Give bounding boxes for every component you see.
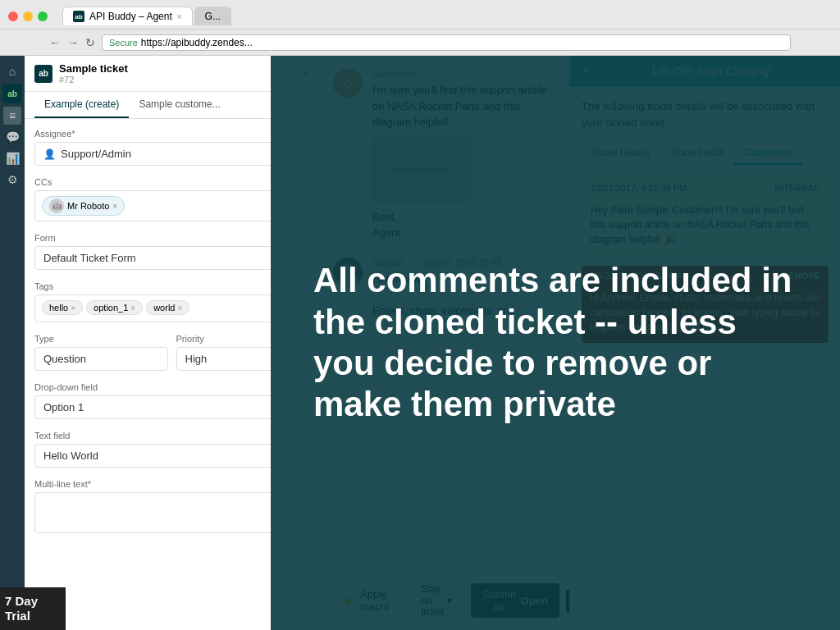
form-value: Default Ticket Form	[43, 252, 136, 264]
clone-description: The following ticket details will be ass…	[582, 98, 829, 130]
sidebar-tickets-icon[interactable]: ≡	[3, 107, 21, 125]
ticket-body: C Customer!!! I'm sure you'll find this …	[320, 56, 569, 570]
clone-header: × Lift Off! Start Cloning!	[570, 56, 840, 87]
comment1-badge: INTERNAL	[774, 184, 819, 193]
message1-sender: Customer!!!	[372, 69, 556, 79]
ticket-footer: ⚡ Apply macro Stay on ticket ▾ Submit as…	[320, 570, 569, 630]
tag-hello[interactable]: hello ×	[42, 300, 83, 315]
submit-button[interactable]: Submit as Open	[471, 583, 559, 618]
sidebar-home-icon[interactable]: ⌂	[3, 62, 21, 80]
secure-badge: Secure	[109, 38, 138, 48]
tab-other[interactable]: G...	[194, 7, 231, 25]
comment1-header: 12/21/2017, 4:21:39 PM INTERNAL	[582, 178, 828, 198]
type-priority-row: Type Question Priority High	[34, 334, 309, 371]
form-label: Form	[34, 233, 309, 243]
message2-date: Sep 09, 2015 22:43	[422, 258, 501, 267]
clone-tab-comments[interactable]: Comments	[734, 142, 801, 165]
tag-hello-remove[interactable]: ×	[71, 304, 75, 313]
comment-card-2: 9/9/2015, 11:43:31 PM REMOVE Hi Andrew, …	[582, 266, 829, 343]
tab-other-label: G...	[205, 11, 221, 22]
panel-title: Sample ticket	[59, 62, 128, 75]
tab-sample-customer[interactable]: Sample custome...	[129, 92, 230, 118]
message2-sender: Sample ...	[372, 258, 413, 267]
maximize-window-button[interactable]	[38, 11, 48, 21]
sender1-avatar: C	[333, 69, 363, 98]
multiline-field-group: Multi-line text*	[34, 479, 309, 533]
message1-image: Rocket Diagram	[372, 137, 471, 203]
tags-field-group: Tags hello × option_1 × world ×	[34, 281, 309, 322]
comment1-date: 12/21/2017, 4:21:39 PM	[591, 183, 687, 193]
stay-on-ticket-label: Stay on ticket	[421, 583, 444, 618]
tag-option1-remove[interactable]: ×	[130, 304, 135, 313]
comment1-text: Hey there Sample Customer!!! I'm sure yo…	[582, 198, 828, 255]
assignee-input[interactable]: 👤 Support/Admin	[34, 142, 309, 166]
user-icon: 👤	[43, 148, 56, 160]
clone-tab-fields[interactable]: Ticket Fields	[660, 142, 735, 165]
apply-macro-label: Apply macro	[360, 588, 390, 613]
panel-header: ab Sample ticket #72 ×	[25, 56, 319, 92]
priority-label: Priority	[176, 334, 310, 344]
priority-input[interactable]: High	[176, 347, 310, 371]
main-layout: ⌂ ab ≡ 💬 📊 ⚙ ab Sample ticket #72 × Exam…	[0, 56, 840, 630]
clone-close-button[interactable]: ×	[582, 64, 589, 79]
panel-logo: ab	[34, 65, 52, 83]
comment2-text: Hi Andrew, Emails, chats, voicemails, an…	[582, 285, 829, 343]
textfield-value: Hello World	[43, 450, 98, 462]
refresh-button[interactable]: ↻	[85, 36, 95, 49]
dropdown-label: Drop-down field	[34, 382, 309, 392]
sidebar-logo-icon[interactable]: ab	[2, 84, 22, 103]
tab-example-create[interactable]: Example (create)	[34, 92, 129, 118]
submit-open-label: Open	[521, 595, 548, 607]
ccs-input[interactable]: 🤖 Mr Roboto ×	[34, 190, 309, 221]
sidebar-chat-icon[interactable]: 💬	[3, 128, 21, 146]
textfield-label: Text field	[34, 431, 309, 441]
tags-row: hello × option_1 × world ×	[42, 300, 302, 315]
forward-button[interactable]: →	[67, 36, 79, 49]
chevron-down-icon: ▾	[447, 595, 452, 606]
tab-api-buddy[interactable]: ab API Buddy – Agent ×	[62, 7, 193, 25]
trial-badge: 7 Day Trial	[0, 587, 66, 630]
tags-container[interactable]: hello × option_1 × world ×	[34, 294, 309, 322]
stay-on-ticket-button[interactable]: Stay on ticket ▾	[409, 578, 464, 623]
tag-world[interactable]: world ×	[146, 300, 189, 315]
textfield-input[interactable]: Hello World	[34, 444, 309, 468]
type-value: Question	[43, 353, 86, 365]
dropdown-input[interactable]: Option 1	[34, 395, 309, 419]
svg-point-3	[337, 276, 358, 287]
message1-footer: Best,Agent	[372, 209, 556, 241]
type-input[interactable]: Question	[34, 347, 168, 371]
assignee-field-group: Assignee* 👤 Support/Admin	[34, 129, 309, 166]
clone-tab-details[interactable]: Ticket Details	[582, 142, 660, 165]
tab-close-button[interactable]: ×	[177, 12, 182, 21]
assignee-value: Support/Admin	[61, 148, 131, 160]
left-panel: ab Sample ticket #72 × Example (create) …	[25, 56, 320, 630]
clone-tabs: Ticket Details Ticket Fields Comments	[582, 142, 829, 166]
apply-macro-button[interactable]: ⚡ Apply macro	[330, 582, 402, 619]
panel-content: Assignee* 👤 Support/Admin CCs 🤖 Mr Robot…	[25, 119, 319, 630]
traffic-lights	[8, 11, 48, 21]
message2-meta: Sample ... Sep 09, 2015 22:43	[372, 258, 556, 267]
comment2-date: 9/9/2015, 11:43:31 PM	[590, 271, 681, 281]
form-input[interactable]: Default Ticket Form	[34, 246, 309, 270]
tab-label: API Buddy – Agent	[89, 11, 172, 22]
cc-remove-button[interactable]: ×	[112, 202, 117, 211]
sidebar-reports-icon[interactable]: 📊	[3, 149, 21, 167]
back-button[interactable]: ←	[49, 36, 61, 49]
cc-chip-mrroboto[interactable]: 🤖 Mr Roboto ×	[42, 196, 125, 216]
tag-option1[interactable]: option_1 ×	[86, 300, 143, 315]
minimize-window-button[interactable]	[23, 11, 33, 21]
tag-world-remove[interactable]: ×	[177, 304, 182, 313]
lightning-icon: ⚡	[342, 595, 355, 607]
address-box[interactable]: Secure https://apibuddy.zendes...	[102, 34, 791, 51]
panel-close-button[interactable]: ×	[303, 67, 309, 80]
ticket-message-2: Sample ... Sep 09, 2015 22:43 Hi Andrew,…	[333, 258, 556, 319]
multiline-input[interactable]	[34, 492, 309, 533]
sidebar-settings-icon[interactable]: ⚙	[3, 171, 21, 189]
priority-value: High	[185, 353, 208, 365]
clone-title: Lift Off! Start Cloning!	[596, 65, 829, 78]
ccs-label: CCs	[34, 177, 309, 187]
address-bar: ← → ↻ Secure https://apibuddy.zendes...	[0, 29, 840, 55]
close-window-button[interactable]	[8, 11, 18, 21]
svg-text:Rocket Diagram: Rocket Diagram	[395, 166, 449, 174]
dropdown-value: Option 1	[43, 401, 84, 413]
